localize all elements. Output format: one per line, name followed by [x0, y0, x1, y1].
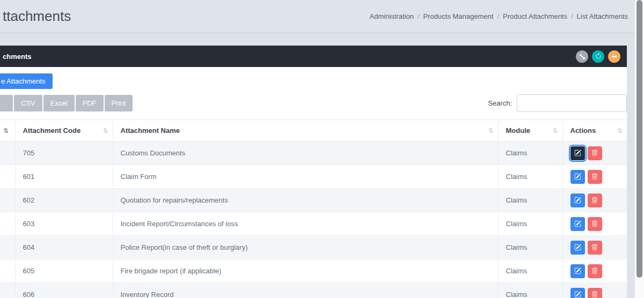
excel-export-button[interactable]: Excel	[43, 95, 75, 111]
module-cell: Claims	[498, 236, 562, 259]
attachment-code-cell: 602	[15, 189, 113, 212]
wrench-icon	[579, 54, 585, 59]
copy-export-button-clipped[interactable]	[0, 95, 13, 111]
pdf-export-button[interactable]: PDF	[76, 95, 104, 111]
search-label: Search:	[488, 99, 512, 107]
edit-button[interactable]	[570, 193, 585, 207]
trash-icon	[591, 291, 598, 298]
column-label: Actions	[570, 126, 596, 135]
column-header-module[interactable]: Module ⇅	[498, 120, 562, 141]
column-label: Module	[506, 126, 531, 135]
settings-button[interactable]	[576, 50, 588, 63]
delete-button[interactable]	[588, 170, 602, 184]
table-body: 705Customs DocumentsClaims601Claim FormC…	[0, 141, 627, 298]
row-index-cell	[0, 212, 15, 236]
edit-button[interactable]	[570, 264, 585, 278]
column-header-actions[interactable]: Actions ⇅	[562, 120, 627, 141]
delete-button[interactable]	[588, 146, 602, 160]
column-header-attachment-code[interactable]: Attachment Code ⇅	[15, 120, 113, 141]
sort-icon: ⇅	[488, 127, 493, 135]
table-row: 605Fire brigade report (if applicable)Cl…	[0, 259, 627, 283]
scrollbar-thumb[interactable]	[636, 0, 642, 278]
trash-icon	[591, 197, 598, 204]
page-title: ttachments	[3, 8, 71, 25]
search-area: Search:	[488, 94, 627, 112]
trash-icon	[591, 267, 598, 274]
delete-button[interactable]	[588, 264, 602, 278]
attachment-name-cell: Customs Documents	[113, 141, 498, 165]
trash-icon	[591, 220, 598, 227]
module-cell: Claims	[498, 212, 562, 236]
table-row: 604Police Report(in case of theft or bur…	[0, 236, 627, 259]
edit-icon	[574, 244, 581, 251]
csv-export-button[interactable]: CSV	[14, 95, 42, 111]
breadcrumb-item[interactable]: Product Attachments	[503, 12, 567, 20]
delete-button[interactable]	[588, 217, 602, 231]
attachment-name-cell: Inventory Record	[113, 283, 498, 298]
breadcrumb-item[interactable]: List Attachments	[577, 12, 628, 20]
panel-title: chments	[3, 53, 31, 61]
attachment-code-cell: 605	[15, 259, 113, 283]
row-index-cell	[0, 283, 15, 298]
print-export-button[interactable]: Print	[105, 95, 133, 111]
collapse-button[interactable]	[608, 50, 620, 63]
scrollbar-track[interactable]	[635, 0, 644, 298]
refresh-button[interactable]	[592, 50, 604, 63]
row-index-cell	[0, 259, 15, 283]
table-row: 606Inventory RecordClaims	[0, 283, 627, 298]
breadcrumb-item[interactable]: Administration	[370, 12, 414, 20]
attachment-code-cell: 604	[15, 236, 113, 259]
edit-button[interactable]	[570, 217, 585, 231]
refresh-icon	[595, 53, 602, 59]
edit-icon	[574, 150, 581, 157]
delete-button[interactable]	[588, 193, 602, 207]
edit-button[interactable]	[570, 241, 585, 255]
minus-icon	[612, 56, 617, 57]
actions-cell	[562, 212, 627, 236]
trash-icon	[591, 244, 598, 251]
column-header-index[interactable]: ⇅	[0, 120, 15, 141]
table-row: 602Quotation for repairs/replacementsCla…	[0, 189, 627, 212]
actions-cell	[562, 236, 627, 259]
row-index-cell	[0, 236, 15, 259]
actions-cell	[562, 189, 627, 212]
table-row: 601Claim FormClaims	[0, 165, 627, 189]
sort-icon: ⇅	[103, 127, 108, 135]
sort-icon: ⇅	[3, 127, 9, 135]
edit-button[interactable]	[570, 288, 585, 298]
attachment-code-cell: 603	[15, 212, 113, 236]
breadcrumb-separator: /	[418, 12, 420, 20]
actions-cell	[562, 283, 627, 298]
title-bar: ttachments Administration/Products Manag…	[0, 0, 644, 33]
attachment-code-cell: 705	[15, 141, 113, 165]
delete-button[interactable]	[588, 241, 602, 255]
sort-icon: ⇅	[617, 127, 623, 135]
column-header-attachment-name[interactable]: Attachment Name ⇅	[113, 120, 498, 141]
module-cell: Claims	[498, 165, 562, 189]
edit-button[interactable]	[570, 170, 585, 184]
breadcrumb-item[interactable]: Products Management	[423, 12, 494, 20]
table-toolbar: CSVExcelPDFPrint Search:	[0, 94, 627, 112]
module-cell: Claims	[498, 141, 562, 165]
export-button-group: CSVExcelPDFPrint	[0, 95, 133, 111]
edit-icon	[574, 267, 581, 274]
row-index-cell	[0, 189, 15, 212]
breadcrumb: Administration/Products Management/Produ…	[370, 12, 628, 20]
attachment-code-cell: 606	[15, 283, 113, 298]
actions-cell	[562, 165, 627, 189]
page: ttachments Administration/Products Manag…	[0, 0, 644, 298]
module-cell: Claims	[498, 259, 562, 283]
delete-button[interactable]	[588, 288, 602, 298]
trash-icon	[591, 150, 598, 157]
edit-icon	[574, 173, 581, 180]
sort-icon: ⇅	[552, 127, 558, 135]
search-input[interactable]	[517, 94, 627, 112]
module-cell: Claims	[498, 283, 562, 298]
edit-button[interactable]	[570, 146, 585, 160]
panel-body: e Attachments CSVExcelPDFPrint Search:	[0, 67, 627, 298]
attachment-name-cell: Claim Form	[113, 165, 498, 189]
edit-icon	[574, 220, 581, 227]
edit-icon	[574, 197, 581, 204]
module-cell: Claims	[498, 189, 562, 212]
create-attachments-button[interactable]: e Attachments	[0, 73, 53, 89]
